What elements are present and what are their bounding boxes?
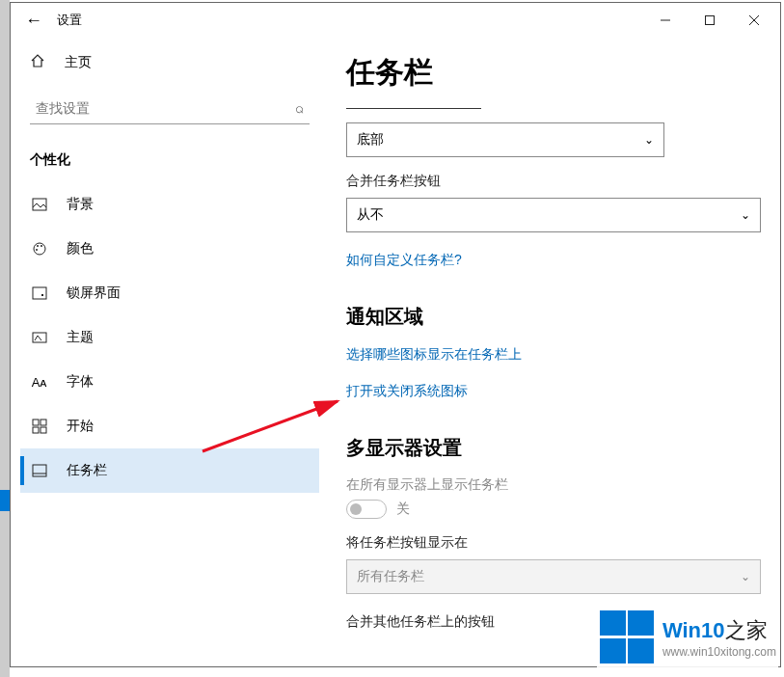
main-panel: 任务栏 底部 ⌄ 合并任务栏按钮 从不 ⌄ 如何自定义任务栏? 通知区域 选择哪… (319, 38, 780, 666)
multi-display-title: 多显示器设置 (346, 435, 753, 461)
show-on-all-toggle[interactable] (346, 500, 387, 519)
windows-logo-icon (599, 609, 655, 665)
notification-area-title: 通知区域 (346, 304, 753, 330)
search-icon: ⌕ (295, 99, 304, 116)
sidebar-home[interactable]: 主页 (20, 43, 319, 82)
left-edge-highlight (0, 490, 10, 511)
left-edge-strip (0, 0, 10, 677)
svg-rect-4 (33, 199, 46, 210)
page-title: 任务栏 (346, 53, 753, 93)
minimize-button[interactable] (643, 5, 688, 36)
svg-point-5 (34, 243, 45, 255)
svg-point-8 (36, 249, 38, 251)
nav-label: 锁屏界面 (67, 284, 121, 302)
sidebar-item-taskbar[interactable]: 任务栏 (20, 448, 319, 493)
lockscreen-icon (30, 285, 49, 301)
window-title: 设置 (57, 12, 82, 29)
close-button[interactable] (732, 5, 776, 36)
theme-icon (30, 330, 49, 345)
show-buttons-on-label: 将任务栏按钮显示在 (346, 534, 753, 552)
watermark-url: www.win10xitong.com (662, 645, 776, 659)
sidebar: 主页 ⌕ 个性化 背景 颜色 锁屏界面 主题 (11, 38, 319, 666)
sidebar-item-background[interactable]: 背景 (20, 182, 319, 227)
svg-rect-10 (41, 294, 43, 296)
nav-label: 颜色 (67, 240, 94, 257)
svg-rect-1 (706, 16, 715, 25)
system-icons-link[interactable]: 打开或关闭系统图标 (346, 383, 468, 400)
svg-point-7 (41, 245, 42, 247)
show-on-all-label: 在所有显示器上显示任务栏 (346, 476, 753, 494)
home-icon (30, 53, 51, 72)
taskbar-position-select[interactable]: 底部 ⌄ (346, 122, 664, 157)
back-button[interactable]: ← (14, 11, 53, 31)
svg-rect-13 (41, 420, 46, 425)
svg-rect-14 (33, 427, 39, 433)
chevron-down-icon: ⌄ (741, 208, 750, 222)
sidebar-item-fonts[interactable]: Aᴀ 字体 (20, 360, 319, 404)
svg-point-6 (37, 245, 39, 247)
settings-window: ← 设置 主页 ⌕ 个性化 背景 颜色 (10, 2, 781, 667)
picture-icon (30, 197, 49, 212)
show-on-all-toggle-row: 关 (346, 500, 753, 519)
combo-value: 从不 (357, 206, 384, 224)
combo-value: 所有任务栏 (357, 568, 424, 585)
customize-taskbar-link[interactable]: 如何自定义任务栏? (346, 252, 462, 269)
search-input[interactable] (36, 100, 295, 116)
sidebar-item-colors[interactable]: 颜色 (20, 227, 319, 271)
maximize-button[interactable] (688, 5, 732, 36)
svg-rect-16 (33, 465, 46, 476)
combine-buttons-select[interactable]: 从不 ⌄ (346, 198, 761, 232)
toggle-knob (350, 503, 362, 515)
sidebar-item-themes[interactable]: 主题 (20, 315, 319, 360)
start-icon (30, 419, 49, 434)
chevron-down-icon: ⌄ (644, 133, 654, 147)
cutoff-divider (346, 108, 481, 109)
nav-label: 主题 (67, 329, 94, 346)
nav-label: 任务栏 (67, 462, 107, 479)
svg-rect-15 (41, 427, 46, 433)
svg-rect-9 (33, 287, 46, 299)
nav-label: 背景 (67, 196, 94, 213)
combine-buttons-label: 合并任务栏按钮 (346, 173, 753, 190)
watermark-brand: Win10之家 (662, 616, 776, 645)
font-icon: Aᴀ (30, 375, 49, 390)
nav-label: 开始 (67, 418, 94, 435)
chevron-down-icon: ⌄ (741, 570, 750, 583)
taskbar-icon (30, 463, 49, 478)
sidebar-home-label: 主页 (65, 54, 92, 71)
nav-label: 字体 (67, 373, 94, 391)
content-area: 主页 ⌕ 个性化 背景 颜色 锁屏界面 主题 (11, 38, 780, 666)
show-buttons-on-select: 所有任务栏 ⌄ (346, 559, 761, 594)
svg-rect-12 (33, 420, 39, 425)
watermark: Win10之家 www.win10xitong.com (597, 608, 778, 667)
toggle-state-text: 关 (396, 501, 410, 518)
search-input-container[interactable]: ⌕ (30, 92, 310, 124)
sidebar-item-start[interactable]: 开始 (20, 404, 319, 448)
titlebar: ← 设置 (11, 3, 780, 38)
sidebar-category: 个性化 (20, 140, 319, 182)
combo-value: 底部 (357, 131, 384, 149)
palette-icon (30, 241, 49, 257)
select-icons-link[interactable]: 选择哪些图标显示在任务栏上 (346, 346, 522, 364)
sidebar-item-lockscreen[interactable]: 锁屏界面 (20, 271, 319, 315)
